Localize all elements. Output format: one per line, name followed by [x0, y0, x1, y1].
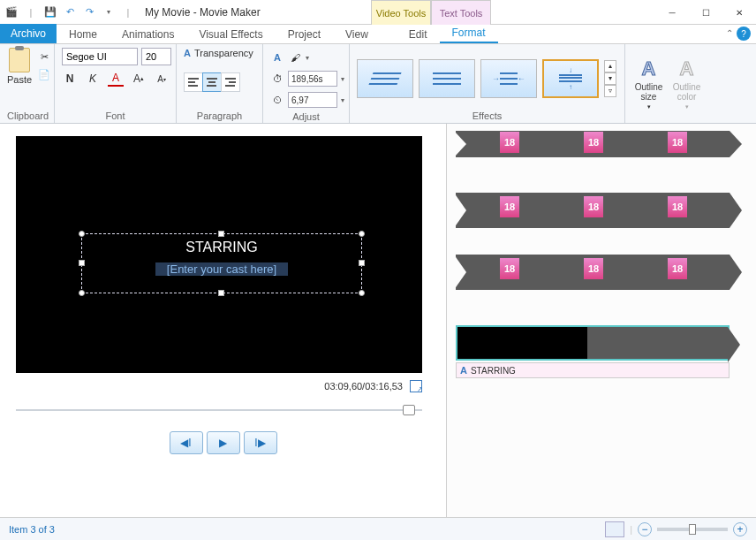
- grow-font-button[interactable]: A▴: [131, 71, 147, 87]
- group-outline: A Outline size▾ A Outline color▾: [625, 44, 710, 123]
- group-label-adjust: Adjust: [270, 111, 342, 122]
- prev-frame-button[interactable]: ◀I: [170, 431, 203, 454]
- collapse-ribbon-icon[interactable]: ⌃: [726, 28, 733, 38]
- shrink-font-button[interactable]: A▾: [154, 71, 170, 87]
- transparency-icon: A: [184, 48, 191, 58]
- effect-item-1[interactable]: [357, 59, 413, 98]
- app-icon: 🎬: [4, 4, 19, 20]
- effect-item-3[interactable]: →←: [480, 59, 537, 98]
- zoom-in-button[interactable]: +: [733, 522, 747, 536]
- clip-strip-2[interactable]: 18 18 18: [456, 193, 730, 228]
- cast-placeholder[interactable]: [Enter your cast here]: [155, 262, 288, 276]
- time-display: 03:09,60/03:16,53: [324, 381, 403, 392]
- title-clip[interactable]: [456, 325, 730, 361]
- divider: |: [120, 4, 136, 20]
- caption-label: STARRING: [471, 366, 516, 376]
- group-clipboard: Paste ✂ 📄 Clipboard: [0, 44, 55, 123]
- effect-item-4[interactable]: ↓↑: [542, 59, 599, 98]
- tab-home[interactable]: Home: [57, 26, 110, 43]
- preview-pane: STARRING [Enter your cast here] 03:09,60…: [0, 124, 447, 517]
- context-tab-text[interactable]: Text Tools: [431, 0, 491, 25]
- help-icon[interactable]: ?: [737, 27, 751, 41]
- align-right-button[interactable]: [221, 72, 240, 92]
- undo-icon[interactable]: ↶: [62, 4, 78, 20]
- group-label-clipboard: Clipboard: [7, 110, 47, 121]
- age-badge: 18: [500, 132, 519, 153]
- outline-color-label: Outline color: [670, 82, 703, 102]
- group-effects: →← ↓↑ ▴▾▿ Effects: [350, 44, 625, 123]
- title-bar: 🎬 | 💾 ↶ ↷ ▾ | My Movie - Movie Maker Vid…: [0, 0, 756, 25]
- divider: |: [23, 4, 39, 20]
- duration-icon: ⏱: [270, 72, 284, 86]
- font-family-combo[interactable]: [62, 48, 138, 65]
- group-font: N K A A▴ A▾ Font: [55, 44, 177, 123]
- paste-label: Paste: [7, 74, 32, 85]
- zoom-out-button[interactable]: −: [638, 522, 652, 536]
- transparency-label[interactable]: Transparency: [194, 48, 253, 58]
- workspace: STARRING [Enter your cast here] 03:09,60…: [0, 124, 756, 517]
- title-text[interactable]: STARRING: [82, 240, 361, 255]
- start-time-spinner[interactable]: 6,97: [288, 92, 337, 108]
- outline-color-button[interactable]: A Outline color▾: [670, 57, 703, 110]
- minimize-button[interactable]: ─: [655, 0, 689, 25]
- italic-button[interactable]: K: [85, 71, 101, 87]
- redo-icon[interactable]: ↷: [81, 4, 97, 20]
- effect-item-2[interactable]: [419, 59, 475, 98]
- tab-view[interactable]: View: [333, 26, 381, 43]
- timeline-pane[interactable]: 18 18 18 18 18 18 18 18 18 A STARRING: [447, 124, 756, 517]
- play-button[interactable]: ▶: [207, 431, 240, 454]
- status-bar: Item 3 of 3 | − +: [0, 517, 756, 540]
- text-caption-icon: A: [460, 365, 467, 376]
- start-time-icon: ⏲: [270, 93, 284, 107]
- paste-button[interactable]: Paste: [7, 48, 32, 85]
- text-box-selection[interactable]: STARRING [Enter your cast here]: [81, 233, 362, 293]
- view-thumbnails-button[interactable]: [605, 521, 624, 537]
- effects-gallery-scroll[interactable]: ▴▾▿: [604, 60, 616, 97]
- group-label-paragraph: Paragraph: [184, 110, 255, 121]
- font-size-combo[interactable]: [141, 48, 171, 65]
- seek-thumb[interactable]: [403, 405, 415, 415]
- fullscreen-icon[interactable]: ↗: [410, 380, 422, 392]
- save-icon[interactable]: 💾: [42, 4, 58, 20]
- age-badge: 18: [584, 132, 603, 153]
- ribbon: Paste ✂ 📄 Clipboard N K A A▴ A▾ Font: [0, 44, 756, 124]
- text-color-icon[interactable]: 🖌: [288, 50, 302, 65]
- next-frame-button[interactable]: I▶: [244, 431, 277, 454]
- caption-track[interactable]: A STARRING: [456, 362, 730, 378]
- align-left-button[interactable]: [184, 72, 203, 92]
- group-label-effects: Effects: [357, 110, 617, 121]
- age-badge: 18: [500, 258, 519, 279]
- seek-bar[interactable]: [16, 401, 422, 419]
- age-badge: 18: [668, 132, 687, 153]
- age-badge: 18: [584, 196, 603, 217]
- tab-visual-effects[interactable]: Visual Effects: [186, 26, 275, 43]
- group-paragraph: A Transparency Paragraph: [177, 44, 263, 123]
- tab-animations[interactable]: Animations: [110, 26, 186, 43]
- qat-dropdown-icon[interactable]: ▾: [101, 4, 117, 20]
- close-button[interactable]: ✕: [722, 0, 756, 25]
- edit-text-icon[interactable]: A: [270, 50, 284, 65]
- clip-strip-1[interactable]: 18 18 18: [456, 131, 730, 157]
- context-tab-video[interactable]: Video Tools: [371, 0, 431, 25]
- group-label-font: Font: [62, 110, 169, 121]
- maximize-button[interactable]: ☐: [689, 0, 722, 25]
- tab-format[interactable]: Format: [440, 24, 498, 43]
- outline-size-label: Outline size: [632, 82, 665, 102]
- clip-strip-3[interactable]: 18 18 18: [456, 255, 730, 290]
- outline-size-button[interactable]: A Outline size▾: [632, 57, 665, 110]
- copy-icon[interactable]: 📄: [37, 67, 51, 81]
- age-badge: 18: [668, 196, 687, 217]
- zoom-slider[interactable]: [657, 528, 728, 531]
- video-preview[interactable]: STARRING [Enter your cast here]: [16, 136, 422, 373]
- cut-icon[interactable]: ✂: [37, 49, 51, 64]
- align-center-button[interactable]: [202, 72, 222, 92]
- tab-project[interactable]: Project: [276, 26, 333, 43]
- tab-file[interactable]: Archivo: [0, 24, 57, 43]
- age-badge: 18: [584, 258, 603, 279]
- font-color-button[interactable]: A: [108, 71, 124, 87]
- status-item-count: Item 3 of 3: [9, 524, 55, 535]
- bold-button[interactable]: N: [62, 71, 78, 87]
- tab-edit[interactable]: Edit: [397, 26, 440, 43]
- window-title: My Movie - Movie Maker: [145, 6, 261, 19]
- duration-spinner[interactable]: 189,56s: [288, 71, 337, 87]
